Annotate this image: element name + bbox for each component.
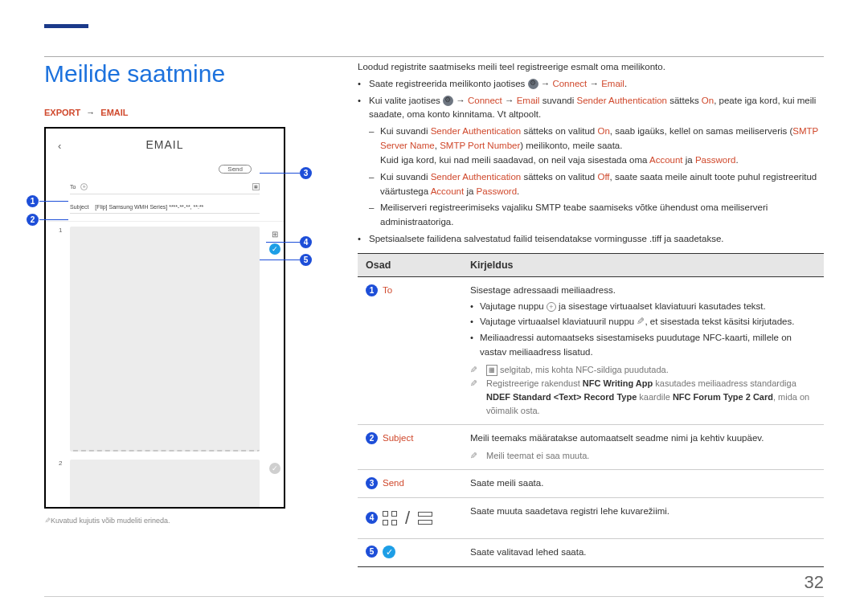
plus-icon: + (547, 302, 556, 312)
callout-4: 4 (300, 236, 312, 248)
subject-label: Subject (70, 204, 88, 210)
row-send-label: Send (383, 476, 404, 491)
gear-icon (443, 96, 453, 106)
parts-table: Osad Kirjeldus 1To Sisestage adressaadi … (358, 253, 824, 567)
page-thumb-2: 2 ✓ (70, 460, 260, 507)
table-row: 1To Sisestage adressaadi meiliaadress. V… (358, 276, 824, 424)
pen-icon (637, 317, 645, 326)
back-icon: ‹ (58, 140, 62, 152)
row-subject-label: Subject (383, 431, 413, 446)
page-unselected-icon: ✓ (269, 463, 280, 474)
page-thumb-1: 1 ⊞ ✓ (70, 227, 260, 452)
nfc-icon: ▦ (486, 365, 497, 376)
th-parts: Osad (358, 253, 462, 276)
bullet-sender-auth: Kui valite jaotises → Connect → Email su… (358, 94, 824, 123)
check-icon: ✓ (383, 546, 395, 558)
row-to-desc: Sisestage adressaadi meiliaadress. (470, 284, 816, 298)
callout-2: 2 (27, 214, 39, 226)
plus-icon: + (80, 183, 88, 190)
row-send-desc: Saate meili saata. (470, 476, 816, 491)
page-selected-icon: ✓ (269, 243, 280, 255)
shot-title: EMAIL (145, 138, 183, 151)
row4-desc: Saate muuta saadetava registri lehe kuva… (470, 505, 816, 519)
gear-icon (528, 79, 538, 89)
table-row: 4 / Saate muuta saadetava registri lehe … (358, 497, 824, 538)
page-title: Meilide saatmine (44, 60, 317, 88)
subject-value: [Flip] Samsung WMH Series] ****-**-**, *… (95, 204, 203, 210)
callout-1: 1 (27, 195, 39, 207)
th-desc: Kirjeldus (462, 253, 824, 276)
page-number: 32 (805, 572, 824, 593)
to-label: To (70, 184, 76, 190)
sub-off: Kui suvandi Sender Authentication sättek… (369, 170, 824, 199)
intro-text: Loodud registrite saatmiseks meili teel … (358, 60, 824, 75)
nfc-icon: ▦ (252, 183, 260, 190)
grid-icon (383, 511, 397, 525)
sub-smtp: Meiliserveri registreerimiseks vajaliku … (369, 201, 824, 230)
sub-on: Kui suvandi Sender Authentication sättek… (369, 125, 824, 167)
bullet-register: Saate registreerida meilikonto jaotises … (358, 77, 824, 92)
footnote: Kuvatud kujutis võib mudeliti erineda. (44, 517, 317, 525)
row-subject-desc: Meili teemaks määratakse automaatselt se… (470, 431, 816, 446)
row5-desc: Saate valitavad lehed saata. (470, 546, 816, 560)
note-subject: Meili teemat ei saa muuta. (470, 449, 816, 463)
row-to-label: To (383, 284, 392, 298)
grid-toggle-icon: ⊞ (272, 230, 278, 239)
callout-3: 3 (300, 167, 312, 179)
email-screenshot: ‹ EMAIL Send To + ▦ Subject [Flip] Samsu… (44, 127, 285, 509)
send-button: Send (219, 165, 252, 174)
table-row: 3Send Saate meili saata. (358, 469, 824, 497)
callout-5: 5 (300, 254, 312, 266)
note-nfc1: ▦ selgitab, mis kohta NFC-sildiga puudut… (470, 363, 816, 377)
table-row: 5 ✓ Saate valitavad lehed saata. (358, 538, 824, 566)
breadcrumb: EXPORT → EMAIL (44, 108, 317, 117)
table-row: 2Subject Meili teemaks määratakse automa… (358, 425, 824, 470)
stack-icon (418, 512, 432, 525)
bullet-tiff: Spetsiaalsete failidena salvestatud fail… (358, 232, 824, 247)
note-nfc2: Registreerige rakendust NFC Writing App … (470, 377, 816, 418)
